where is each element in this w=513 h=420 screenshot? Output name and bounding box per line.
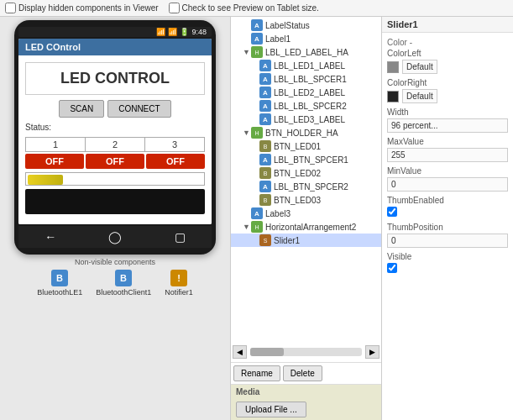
off-btn-1[interactable]: OFF (25, 154, 84, 169)
status-label: Status: (25, 123, 51, 132)
tree-item-label1[interactable]: A Label1 (231, 32, 381, 45)
colorright-value[interactable]: Default (402, 89, 437, 103)
colorleft-value-row[interactable]: Default (387, 60, 508, 74)
prop-minvalue: MinValue 0 (387, 166, 508, 192)
svg-text:B: B (56, 273, 63, 283)
phone-frame: 📶 📶 🔋 9:48 LED COntrol LED CONTROL SCAN … (14, 20, 216, 255)
tree-label: LBL_LBL_SPCER2 (274, 102, 347, 111)
bluetooth-client1-label: BluetoothClient1 (96, 288, 151, 297)
prop-colorright: ColorRight Default (387, 78, 508, 103)
tree-item-lbl-btn-spcer1[interactable]: A LBL_BTN_SPCER1 (231, 153, 381, 166)
tree-label: Label3 (265, 209, 291, 218)
phone-nav-bar: ← ◯ ▢ (18, 226, 212, 248)
app-title: LED COntrol (25, 42, 81, 52)
colorright-swatch (387, 91, 399, 102)
display-hidden-text: Display hidden components in Viewer (18, 3, 159, 13)
tree-label: LBL_LBL_SPCER1 (274, 75, 347, 84)
expand-icon: ▼ (243, 223, 251, 231)
prop-visible: Visible (387, 252, 508, 275)
home-nav-button[interactable]: ◯ (108, 230, 122, 244)
thumbposition-label: ThumbPosition (387, 223, 508, 232)
phone-screen: LED COntrol LED CONTROL SCAN CONNECT Sta… (18, 39, 212, 224)
bluetooth-le1-label: BluetoothLE1 (37, 288, 82, 297)
visible-checkbox[interactable] (387, 263, 397, 273)
led-control-title: LED CONTROL (25, 62, 205, 95)
display-hidden-checkbox[interactable] (5, 3, 16, 13)
tree-item-btn-led03[interactable]: B BTN_LED03 (231, 193, 381, 207)
delete-button[interactable]: Delete (283, 365, 322, 381)
expand-icon (251, 102, 259, 110)
tree-item-lbl-lbl-spcer1[interactable]: A LBL_LBL_SPCER1 (231, 72, 381, 86)
bluetooth-le1-item[interactable]: B BluetoothLE1 (37, 270, 82, 297)
top-toolbar: Display hidden components in Viewer Chec… (0, 0, 513, 17)
colorright-value-row[interactable]: Default (387, 89, 508, 103)
tree-item-btn-holder-ha[interactable]: ▼ H BTN_HOLDER_HA (231, 126, 381, 139)
scroll-right-button[interactable]: ▶ (365, 345, 380, 359)
upload-file-button[interactable]: Upload File ... (236, 402, 306, 417)
tree-item-lbl-led1-label[interactable]: A LBL_LED1_LABEL (231, 59, 381, 72)
black-box (25, 189, 205, 214)
tree-item-lbl-led-label-ha[interactable]: ▼ H LBL_LED_LABEL_HA (231, 45, 381, 59)
tree-item-lbl-led3-label[interactable]: A LBL_LED3_LABEL (231, 113, 381, 126)
expand-icon: ▼ (243, 48, 251, 56)
media-section: Media Upload File ... (231, 384, 381, 420)
battery-icon: 🔋 (180, 28, 189, 36)
bluetooth-client1-item[interactable]: B BluetoothClient1 (96, 270, 151, 297)
tree-item-btn-led01[interactable]: B BTN_LED01 (231, 139, 381, 153)
number-1: 1 (26, 138, 86, 151)
label-icon: A (259, 181, 271, 192)
scroll-left-button[interactable]: ◀ (233, 345, 247, 359)
tree-label: LBL_BTN_SPCER1 (274, 155, 348, 165)
thumbposition-value[interactable]: 0 (387, 234, 508, 248)
minvalue-value[interactable]: 0 (387, 177, 508, 192)
tablet-preview-checkbox[interactable] (169, 3, 180, 13)
status-row: Status: (25, 123, 205, 132)
layout-icon: H (251, 127, 263, 139)
off-btn-2[interactable]: OFF (86, 154, 144, 169)
thumbenabled-checkbox[interactable] (387, 207, 397, 217)
tree-content: A LabelStatus A Label1 ▼ H LBL_LED_LABEL… (231, 17, 381, 342)
visible-label: Visible (387, 252, 508, 261)
tree-item-lbl-lbl-spcer2[interactable]: A LBL_LBL_SPCER2 (231, 99, 381, 113)
display-hidden-label[interactable]: Display hidden components in Viewer (5, 3, 159, 13)
tree-label: LBL_LED2_LABEL (274, 88, 345, 97)
props-component-name: Slider1 (387, 19, 418, 29)
colorleft-label: ColorLeft (387, 49, 508, 58)
rename-button[interactable]: Rename (233, 365, 280, 381)
recents-nav-button[interactable]: ▢ (175, 230, 186, 244)
tree-label: LBL_LED1_LABEL (274, 61, 345, 71)
back-nav-button[interactable]: ← (44, 230, 56, 244)
expand-icon (243, 34, 251, 43)
tablet-preview-label[interactable]: Check to see Preview on Tablet size. (169, 3, 319, 13)
expand-icon (243, 209, 251, 218)
colorleft-swatch (387, 61, 399, 73)
expand-icon (251, 236, 259, 244)
slider-container[interactable] (25, 172, 205, 186)
connect-button[interactable]: CONNECT (107, 100, 170, 118)
scan-button[interactable]: SCAN (59, 100, 104, 118)
notifier1-label: Notifier1 (165, 288, 193, 297)
notifier1-item[interactable]: ! Notifier1 (165, 270, 193, 297)
label-icon: A (259, 113, 271, 125)
prop-width: Width 96 percent... (387, 108, 508, 133)
tree-item-horizontalarrangement2[interactable]: ▼ H HorizontalArrangement2 (231, 220, 381, 234)
tree-item-btn-led02[interactable]: B BTN_LED02 (231, 166, 381, 180)
tree-item-lbl-btn-spcer2[interactable]: A LBL_BTN_SPCER2 (231, 180, 381, 193)
off-btn-3[interactable]: OFF (146, 154, 205, 169)
expand-icon (251, 155, 259, 164)
width-value[interactable]: 96 percent... (387, 118, 508, 133)
tree-scrollbar[interactable] (250, 348, 362, 356)
expand-icon (251, 182, 259, 191)
tree-item-slider1[interactable]: S Slider1 (231, 234, 381, 247)
label-icon: A (259, 87, 271, 98)
label-icon: A (259, 73, 271, 85)
colorleft-value[interactable]: Default (402, 60, 437, 74)
slider-track (28, 175, 63, 185)
label-icon: A (259, 60, 271, 71)
tree-item-label3[interactable]: A Label3 (231, 207, 381, 220)
tree-label: Label1 (265, 34, 291, 44)
tree-item-lbl-led2-label[interactable]: A LBL_LED2_LABEL (231, 86, 381, 99)
maxvalue-value[interactable]: 255 (387, 148, 508, 162)
tree-item-labelstatus[interactable]: A LabelStatus (231, 18, 381, 32)
button-icon: B (259, 194, 271, 206)
